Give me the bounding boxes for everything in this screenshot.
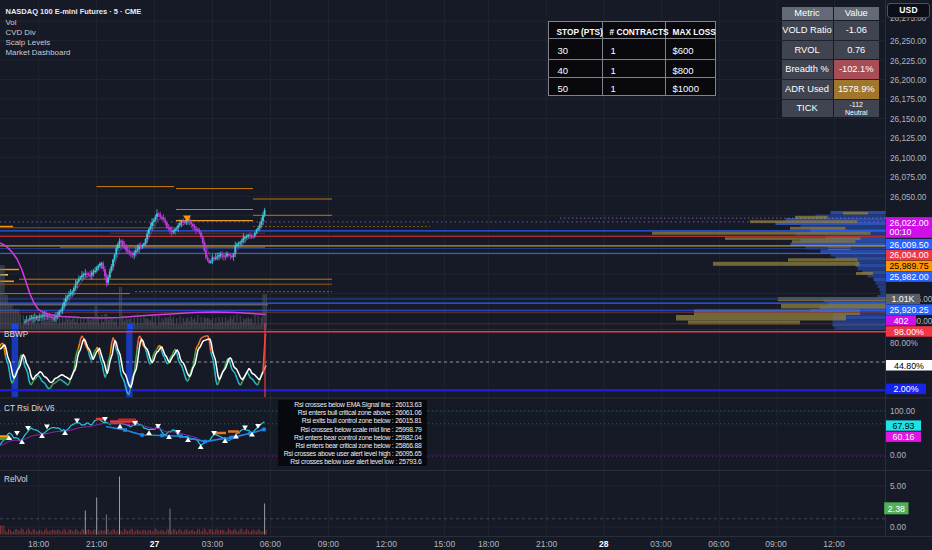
svg-text:0.00: 0.00 — [890, 451, 906, 460]
svg-text:09:00: 09:00 — [318, 539, 340, 549]
svg-text:26,225.00: 26,225.00 — [890, 57, 927, 66]
svg-text:Vol: Vol — [6, 18, 17, 27]
svg-text:25,989.75: 25,989.75 — [889, 261, 928, 271]
svg-text:28: 28 — [599, 539, 609, 549]
svg-text:18:00: 18:00 — [28, 539, 50, 549]
svg-text:09:00: 09:00 — [765, 539, 787, 549]
svg-text:25,920.25: 25,920.25 — [889, 305, 928, 315]
svg-text:00:10: 00:10 — [890, 227, 912, 237]
svg-text:98.00%: 98.00% — [894, 327, 924, 337]
svg-text:26,100.00: 26,100.00 — [890, 154, 927, 163]
svg-text:12:00: 12:00 — [823, 539, 845, 549]
svg-text:26,022.00: 26,022.00 — [890, 218, 929, 228]
svg-text:25,982.00: 25,982.00 — [889, 272, 928, 282]
svg-text:Scalp Levels: Scalp Levels — [6, 38, 51, 47]
svg-text:Market Dashboard: Market Dashboard — [6, 48, 71, 57]
svg-text:2.38: 2.38 — [888, 504, 905, 514]
svg-text:26,075.00: 26,075.00 — [890, 173, 927, 182]
svg-text:CT Rsi Div.V6: CT Rsi Div.V6 — [4, 404, 55, 413]
svg-text:BBWP: BBWP — [4, 330, 29, 339]
svg-text:26,050.00: 26,050.00 — [890, 193, 927, 202]
svg-text:03:00: 03:00 — [650, 539, 672, 549]
svg-text:100.00: 100.00 — [890, 407, 915, 416]
svg-text:44.80%: 44.80% — [894, 361, 924, 371]
svg-text:80.00%: 80.00% — [890, 339, 918, 348]
svg-text:12:00: 12:00 — [376, 539, 398, 549]
svg-text:26,175.00: 26,175.00 — [890, 95, 927, 104]
svg-text:26,150.00: 26,150.00 — [890, 115, 927, 124]
svg-text:1.01K: 1.01K — [892, 294, 915, 304]
svg-text:06:00: 06:00 — [260, 539, 282, 549]
svg-text:60.16: 60.16 — [892, 432, 914, 442]
svg-text:03:00: 03:00 — [202, 539, 224, 549]
svg-text:2.00%: 2.00% — [894, 384, 919, 394]
svg-text:26,200.00: 26,200.00 — [890, 76, 927, 85]
svg-text:5.00: 5.00 — [890, 482, 906, 491]
svg-text:06:00: 06:00 — [708, 539, 730, 549]
svg-text:26,250.00: 26,250.00 — [890, 37, 927, 46]
svg-text:NASDAQ 100 E-mini Futures · 5: NASDAQ 100 E-mini Futures · 5 · CME — [6, 7, 142, 16]
svg-text:21:00: 21:00 — [86, 539, 108, 549]
svg-text:RelVol: RelVol — [4, 475, 28, 484]
svg-text:0.00: 0.00 — [890, 523, 906, 532]
svg-text:26,125.00: 26,125.00 — [890, 134, 927, 143]
svg-text:67.93: 67.93 — [892, 421, 914, 431]
svg-text:18:00: 18:00 — [478, 539, 500, 549]
svg-text:26,009.50: 26,009.50 — [889, 240, 928, 250]
svg-text:CVD Div: CVD Div — [6, 28, 36, 37]
svg-text:15:00: 15:00 — [434, 539, 456, 549]
svg-text:26,004.00: 26,004.00 — [889, 250, 928, 260]
svg-text:21:00: 21:00 — [536, 539, 558, 549]
svg-text:27: 27 — [150, 539, 160, 549]
svg-text:402: 402 — [894, 316, 909, 326]
